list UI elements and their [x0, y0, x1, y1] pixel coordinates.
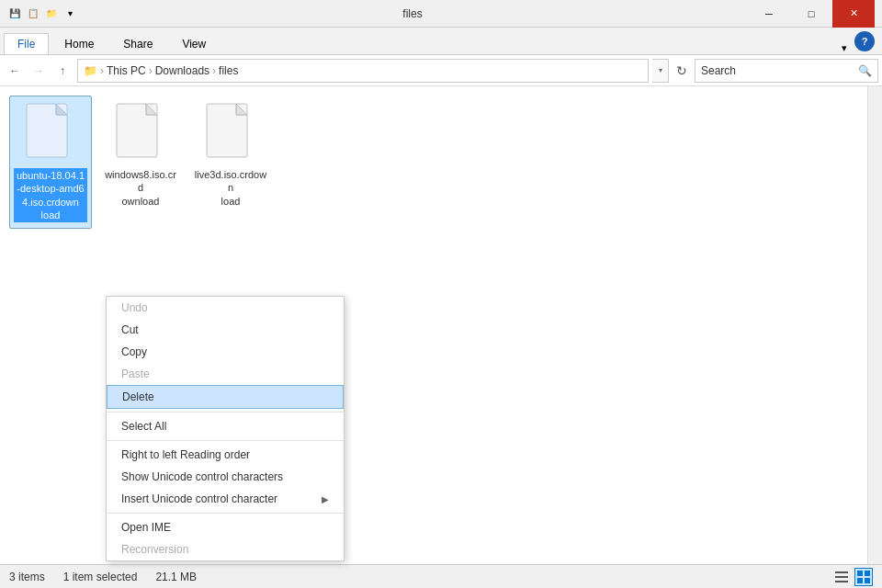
svg-rect-12 — [835, 571, 848, 573]
back-button[interactable]: ← — [4, 60, 26, 82]
tab-share[interactable]: Share — [109, 33, 166, 54]
file-area[interactable]: ubuntu-18.04.1-desktop-amd64.iso.crdownl… — [0, 86, 867, 564]
file-item-windows8[interactable]: windows8.iso.crdownload — [99, 96, 182, 229]
file-size: 21.1 MB — [155, 571, 197, 583]
ctx-separator-1 — [107, 412, 344, 413]
ctx-separator-2 — [107, 440, 344, 441]
svg-rect-14 — [835, 581, 848, 582]
clipboard-icon: 📋 — [26, 6, 40, 21]
dropdown-icon[interactable]: ▾ — [62, 6, 77, 21]
save-icon: 💾 — [7, 6, 22, 21]
view-icons-button[interactable] — [854, 568, 873, 586]
view-details-button[interactable] — [832, 568, 851, 586]
ctx-open-ime[interactable]: Open IME — [107, 516, 344, 538]
svg-rect-15 — [857, 571, 863, 576]
address-bar: ← → ↑ 📁 › This PC › Downloads › files ▾ … — [0, 55, 882, 86]
tab-home[interactable]: Home — [51, 33, 107, 54]
ctx-undo[interactable]: Undo — [107, 297, 344, 319]
view-buttons — [832, 568, 873, 586]
ctx-insert-unicode[interactable]: Insert Unicode control character ▶ — [107, 488, 344, 510]
file-item-live3d[interactable]: live3d.iso.crdownload — [189, 96, 272, 229]
svg-rect-17 — [857, 578, 863, 583]
title-bar: 💾 📋 📁 ▾ files ─ □ ✕ — [0, 0, 882, 28]
path-folder-icon: 📁 — [84, 64, 97, 77]
file-label-windows8: windows8.iso.crdownload — [104, 168, 177, 208]
file-icon-live3d — [203, 102, 258, 166]
submenu-arrow: ▶ — [322, 494, 329, 504]
ctx-rtl[interactable]: Right to left Reading order — [107, 444, 344, 466]
path-downloads: Downloads — [155, 64, 209, 77]
address-dropdown[interactable]: ▾ — [652, 59, 669, 83]
main-area: ubuntu-18.04.1-desktop-amd64.iso.crdownl… — [0, 86, 882, 564]
search-input[interactable] — [701, 64, 858, 77]
ctx-separator-3 — [107, 513, 344, 514]
search-icon: 🔍 — [858, 64, 872, 77]
tab-view[interactable]: View — [168, 33, 220, 54]
help-button[interactable]: ? — [854, 31, 875, 51]
ribbon-chevron[interactable]: ▾ — [838, 42, 851, 54]
path-this-pc: This PC — [107, 64, 146, 77]
selection-info: 1 item selected — [63, 571, 138, 583]
file-label-ubuntu: ubuntu-18.04.1-desktop-amd64.iso.crdownl… — [14, 168, 87, 222]
ctx-show-unicode[interactable]: Show Unicode control characters — [107, 466, 344, 488]
tab-file[interactable]: File — [4, 33, 49, 54]
folder-icon: 📁 — [44, 6, 59, 21]
ctx-paste[interactable]: Paste — [107, 363, 344, 385]
window-controls: ─ □ ✕ — [748, 0, 875, 28]
scrollbar[interactable] — [867, 86, 882, 564]
title-bar-icons: 💾 📋 📁 ▾ — [7, 6, 77, 21]
up-button[interactable]: ↑ — [51, 60, 74, 82]
forward-button[interactable]: → — [28, 60, 50, 82]
ctx-delete[interactable]: Delete — [107, 385, 344, 409]
file-item-ubuntu[interactable]: ubuntu-18.04.1-desktop-amd64.iso.crdownl… — [9, 96, 92, 229]
address-path[interactable]: 📁 › This PC › Downloads › files — [77, 59, 649, 83]
close-button[interactable]: ✕ — [832, 0, 875, 28]
search-box[interactable]: 🔍 — [695, 59, 878, 83]
status-bar: 3 items 1 item selected 21.1 MB — [0, 564, 882, 588]
file-icon-ubuntu — [23, 102, 78, 166]
file-label-live3d: live3d.iso.crdownload — [194, 168, 267, 208]
ctx-cut[interactable]: Cut — [107, 319, 344, 341]
minimize-button[interactable]: ─ — [748, 0, 790, 28]
svg-rect-13 — [835, 576, 848, 578]
ctx-copy[interactable]: Copy — [107, 341, 344, 363]
path-files: files — [219, 64, 238, 77]
item-count: 3 items — [9, 571, 45, 583]
ribbon-tabs: File Home Share View ▾ ? — [0, 28, 882, 55]
maximize-button[interactable]: □ — [790, 0, 832, 28]
ctx-select-all[interactable]: Select All — [107, 415, 344, 437]
file-icon-windows8 — [113, 102, 168, 166]
ctx-reconversion[interactable]: Reconversion — [107, 538, 344, 560]
window-title: files — [77, 7, 748, 20]
refresh-button[interactable]: ↻ — [671, 60, 693, 82]
svg-rect-18 — [865, 578, 870, 583]
svg-rect-16 — [865, 571, 870, 576]
context-menu: Undo Cut Copy Paste Delete Select All Ri… — [106, 296, 345, 561]
